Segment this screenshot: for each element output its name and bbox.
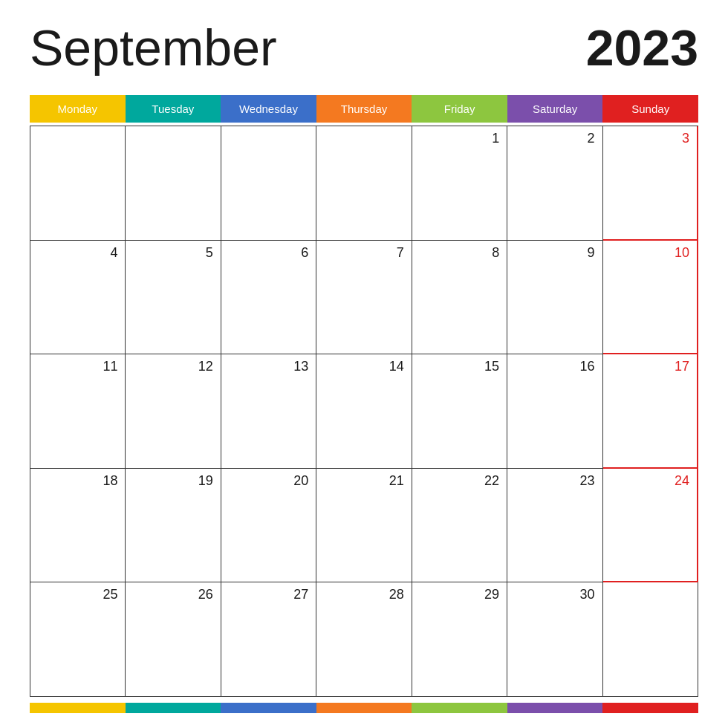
day-number: 22 <box>484 473 499 489</box>
day-number: 16 <box>580 359 595 374</box>
day-number: 28 <box>389 587 404 602</box>
day-header-tuesday: Tuesday <box>126 95 221 123</box>
day-number: 24 <box>675 473 689 489</box>
day-cell: 1 <box>412 126 507 241</box>
day-cell: 24 <box>603 469 698 583</box>
day-cell <box>603 582 698 697</box>
day-number: 26 <box>198 587 213 602</box>
day-cell <box>316 126 412 241</box>
day-cell: 27 <box>221 582 316 697</box>
day-number: 18 <box>103 473 117 489</box>
day-number: 2 <box>588 131 595 146</box>
day-header-saturday: Saturday <box>507 95 603 123</box>
day-cell: 10 <box>603 241 698 355</box>
day-number: 27 <box>293 587 308 602</box>
day-cell: 16 <box>507 354 602 469</box>
bottom-bar-segment <box>126 703 221 713</box>
day-cell: 5 <box>126 241 221 355</box>
day-cell: 14 <box>316 354 412 469</box>
day-number: 10 <box>675 245 689 261</box>
day-cell: 2 <box>507 126 602 241</box>
day-cell: 3 <box>603 126 698 241</box>
bottom-bar-segment <box>602 703 698 713</box>
day-number: 11 <box>103 359 117 374</box>
day-cell: 29 <box>412 582 507 697</box>
day-header-thursday: Thursday <box>316 95 412 123</box>
bottom-bar <box>30 703 698 713</box>
month-title: September <box>30 22 277 73</box>
day-cell <box>126 126 221 241</box>
day-cell: 13 <box>221 354 316 469</box>
day-header-sunday: Sunday <box>602 95 698 123</box>
day-cell: 23 <box>507 469 602 583</box>
day-cell <box>30 126 126 241</box>
day-cell: 7 <box>316 241 412 355</box>
bottom-bar-segment <box>30 703 126 713</box>
day-header-monday: Monday <box>30 95 126 123</box>
bottom-bar-segment <box>412 703 507 713</box>
day-number: 21 <box>389 473 404 489</box>
day-cell: 12 <box>126 354 221 469</box>
day-header-friday: Friday <box>412 95 507 123</box>
day-headers: MondayTuesdayWednesdayThursdayFridaySatu… <box>30 95 698 123</box>
day-number: 23 <box>580 473 595 489</box>
calendar-container: September 2023 MondayTuesdayWednesdayThu… <box>0 0 728 728</box>
day-cell: 15 <box>412 354 507 469</box>
day-number: 17 <box>675 359 689 374</box>
day-number: 30 <box>580 587 595 602</box>
day-number: 8 <box>492 245 499 261</box>
day-number: 7 <box>397 245 404 261</box>
day-number: 6 <box>301 245 308 261</box>
bottom-bar-segment <box>316 703 412 713</box>
bottom-bar-segment <box>507 703 603 713</box>
day-cell: 30 <box>507 582 602 697</box>
day-cell: 19 <box>126 469 221 583</box>
day-number: 9 <box>588 245 595 261</box>
day-number: 25 <box>103 587 117 602</box>
day-cell: 20 <box>221 469 316 583</box>
day-cell: 18 <box>30 469 126 583</box>
day-number: 15 <box>484 359 499 374</box>
day-number: 3 <box>682 131 689 146</box>
day-number: 19 <box>198 473 213 489</box>
day-number: 12 <box>198 359 213 374</box>
day-number: 20 <box>293 473 308 489</box>
calendar-header: September 2023 <box>30 22 698 73</box>
year-title: 2023 <box>586 22 698 73</box>
day-cell: 28 <box>316 582 412 697</box>
day-cell: 17 <box>603 354 698 469</box>
day-number: 29 <box>484 587 499 602</box>
day-cell: 22 <box>412 469 507 583</box>
day-cell: 4 <box>30 241 126 355</box>
day-cell: 8 <box>412 241 507 355</box>
day-cell <box>221 126 316 241</box>
day-number: 1 <box>492 131 499 146</box>
day-cell: 6 <box>221 241 316 355</box>
day-number: 13 <box>293 359 308 374</box>
bottom-bar-segment <box>221 703 316 713</box>
day-cell: 9 <box>507 241 602 355</box>
calendar-grid: 1234567891011121314151617181920212223242… <box>30 126 698 697</box>
day-header-wednesday: Wednesday <box>221 95 316 123</box>
day-number: 4 <box>110 245 117 261</box>
day-cell: 11 <box>30 354 126 469</box>
day-number: 5 <box>206 245 213 261</box>
day-cell: 25 <box>30 582 126 697</box>
day-cell: 26 <box>126 582 221 697</box>
day-cell: 21 <box>316 469 412 583</box>
day-number: 14 <box>389 359 404 374</box>
